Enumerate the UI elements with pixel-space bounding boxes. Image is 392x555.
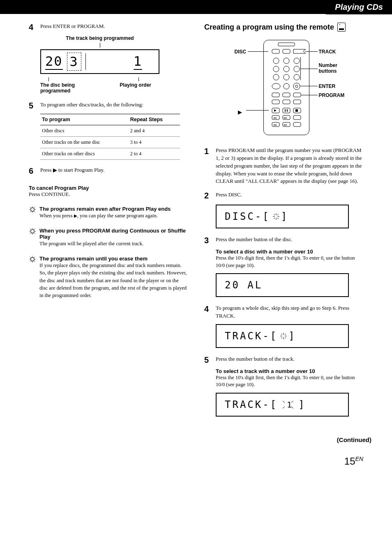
r-step-4: 4 To program a whole disc, skip this ste… bbox=[204, 304, 363, 320]
tip-icon bbox=[29, 206, 36, 213]
svg-point-30 bbox=[273, 58, 279, 64]
lcd-20al: 20 AL bbox=[216, 273, 349, 297]
tip-2: When you press PROGRAM during Continuous… bbox=[29, 228, 188, 247]
svg-rect-45 bbox=[293, 93, 301, 97]
label-disc: DISC bbox=[235, 49, 247, 55]
blink-digit-1: 1 bbox=[281, 398, 295, 411]
svg-marker-50 bbox=[274, 109, 277, 112]
svg-point-0 bbox=[31, 208, 35, 212]
svg-line-7 bbox=[35, 207, 35, 208]
lcd-figure-1: The track being programmed 20 3 1 The di… bbox=[40, 35, 159, 94]
step-4: 4 Press ENTER or PROGRAM. bbox=[29, 23, 188, 32]
svg-line-25 bbox=[35, 257, 35, 258]
svg-rect-65 bbox=[293, 122, 301, 127]
tip3-head: The programs remain until you erase them bbox=[39, 256, 188, 262]
r-step-5: 5 Press the number button of the track. bbox=[204, 355, 363, 365]
track-over10-head: To select a track with a number over 10 bbox=[216, 368, 363, 374]
step-num-4: 4 bbox=[29, 23, 40, 32]
svg-rect-29 bbox=[283, 49, 290, 53]
svg-line-24 bbox=[35, 261, 35, 262]
svg-point-42 bbox=[295, 85, 298, 88]
r-step-num-3: 3 bbox=[204, 236, 216, 245]
svg-line-71 bbox=[277, 218, 279, 219]
table-row: Other discs 2 and 4 bbox=[40, 125, 180, 137]
svg-point-32 bbox=[294, 58, 300, 64]
table-header-1: To program bbox=[40, 114, 129, 125]
svg-line-14 bbox=[30, 229, 31, 230]
svg-line-79 bbox=[285, 337, 286, 339]
tip-icon bbox=[29, 228, 36, 235]
svg-line-6 bbox=[35, 212, 35, 212]
lcd1-disc-label: The disc being programmed bbox=[40, 82, 94, 94]
play-icon bbox=[74, 214, 77, 218]
left-column: 4 Press ENTER or PROGRAM. The track bein… bbox=[29, 23, 188, 424]
table-row: Other tracks on other discs 2 to 4 bbox=[40, 148, 180, 160]
r-step-3-text: Press the number button of the disc. bbox=[216, 236, 293, 244]
r-step-1: 1 Press PROGRAM until the program number… bbox=[204, 147, 363, 185]
svg-line-70 bbox=[274, 214, 275, 215]
svg-text:▸▸: ▸▸ bbox=[284, 123, 287, 126]
r-step-num-1: 1 bbox=[204, 147, 216, 156]
svg-rect-51 bbox=[283, 108, 290, 113]
svg-line-80 bbox=[285, 334, 286, 335]
svg-rect-48 bbox=[293, 100, 301, 104]
track-over10-body: Press the 10's digit first, then the 1's… bbox=[216, 374, 363, 389]
tip1-body: When you press , you can play the same p… bbox=[39, 212, 171, 219]
r-step-2: 2 Press DISC. bbox=[204, 191, 363, 200]
svg-point-9 bbox=[31, 230, 35, 233]
remote-icon bbox=[337, 23, 346, 32]
remote-body: ◂◂ ▸▸ ◂◂ ▸▸ bbox=[263, 40, 309, 135]
svg-line-17 bbox=[30, 233, 31, 234]
lcd1-order-value: 1 bbox=[134, 53, 142, 70]
svg-rect-44 bbox=[283, 93, 290, 97]
svg-line-16 bbox=[35, 229, 35, 230]
lcd-track: TRACK-[ ] bbox=[216, 324, 349, 348]
lcd1-disc-value: 20 bbox=[45, 53, 63, 70]
svg-line-26 bbox=[30, 261, 31, 262]
svg-line-23 bbox=[30, 257, 31, 258]
lcd1-order-label: Playing order bbox=[106, 82, 160, 88]
table-row: Other tracks on the same disc 3 to 4 bbox=[40, 137, 180, 148]
step-4-text: Press ENTER or PROGRAM. bbox=[40, 23, 105, 30]
disc-over10-head: To select a disc with a number over 10 bbox=[216, 249, 363, 255]
r-step-num-4: 4 bbox=[204, 304, 216, 314]
r-step-5-text: Press the number button of the track. bbox=[216, 355, 295, 363]
tip-1: The programs remain even after Program P… bbox=[29, 206, 188, 219]
svg-line-78 bbox=[281, 334, 282, 335]
tip-3: The programs remain until you erase them… bbox=[29, 256, 188, 299]
program-table: To program Repeat Steps Other discs 2 an… bbox=[40, 114, 180, 160]
svg-point-18 bbox=[31, 258, 35, 261]
svg-line-82 bbox=[283, 401, 285, 403]
label-program: PROGRAM bbox=[319, 92, 345, 98]
tip-icon bbox=[29, 256, 36, 263]
step-5: 5 To program other discs/tracks, do the … bbox=[29, 101, 188, 111]
svg-rect-53 bbox=[287, 109, 288, 112]
svg-point-33 bbox=[273, 66, 279, 72]
svg-point-40 bbox=[284, 83, 289, 89]
lcd-track2: TRACK-[ 1 ] bbox=[216, 393, 349, 417]
svg-line-73 bbox=[274, 218, 275, 219]
svg-rect-60 bbox=[293, 115, 301, 120]
cancel-head: To cancel Program Play bbox=[29, 185, 188, 191]
lcd1-track-value: 3 bbox=[67, 54, 81, 69]
play-symbol-label bbox=[238, 108, 242, 117]
cancel-body: Press CONTINUE. bbox=[29, 191, 188, 198]
step-6-text: Press to start Program Play. bbox=[40, 166, 104, 174]
step-6: 6 Press to start Program Play. bbox=[29, 166, 188, 176]
svg-line-8 bbox=[30, 212, 31, 212]
svg-line-81 bbox=[281, 337, 282, 339]
svg-rect-52 bbox=[285, 109, 286, 112]
svg-point-37 bbox=[284, 74, 289, 80]
play-icon bbox=[53, 168, 57, 173]
svg-line-5 bbox=[30, 207, 31, 208]
page-number: 15EN bbox=[0, 456, 392, 467]
svg-point-35 bbox=[294, 66, 300, 72]
blink-digit-value: 1 bbox=[287, 400, 293, 410]
r-step-4-text: To program a whole disc, skip this step … bbox=[216, 304, 363, 320]
svg-point-38 bbox=[294, 74, 300, 80]
right-title: Creating a program using the remote bbox=[204, 23, 363, 32]
svg-point-36 bbox=[273, 74, 279, 80]
svg-point-39 bbox=[272, 83, 280, 89]
label-track: TRACK bbox=[319, 49, 336, 55]
remote-diagram: ◂◂ ▸▸ ◂◂ ▸▸ DISC TRACK Number buttons bbox=[218, 40, 350, 138]
